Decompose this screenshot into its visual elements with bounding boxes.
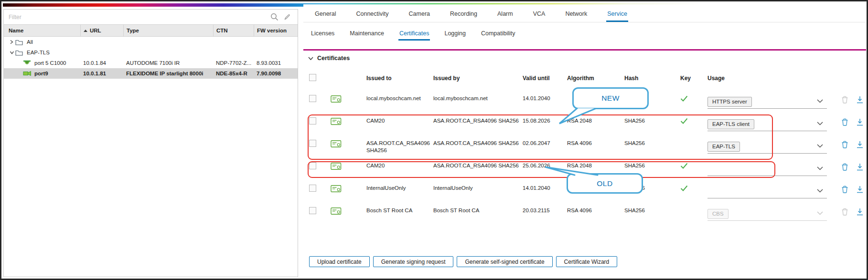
chevron-down-icon[interactable] — [817, 99, 823, 103]
annotation-callout-new: NEW — [572, 87, 649, 109]
row-checkbox[interactable] — [309, 140, 316, 147]
usage-dropdown[interactable]: EAP-TLS — [707, 140, 827, 154]
usage-tag: CBS — [707, 209, 729, 219]
issued-by: ASA.ROOT.CA_RSA4096 SHA256 — [433, 117, 523, 124]
tree-expander-icon[interactable] — [10, 51, 15, 54]
download-certificate-button[interactable] — [857, 186, 863, 193]
row-checkbox[interactable] — [309, 185, 316, 192]
pencil-icon[interactable] — [284, 13, 291, 21]
key-check-icon — [680, 187, 688, 192]
generate-self-signed-certificate-button[interactable]: Generate self-signed certificate — [457, 256, 552, 267]
column-type[interactable]: Type — [123, 25, 213, 36]
usage-dropdown[interactable] — [707, 185, 827, 198]
certificates-table: local.myboschcam.net local.myboschcam.ne… — [303, 91, 866, 226]
delete-certificate-button[interactable] — [841, 141, 848, 148]
generate-signing-request-button[interactable]: Generate signing request — [373, 256, 454, 267]
certificate-wizard-button[interactable]: Certificate Wizard — [556, 256, 618, 267]
row-checkbox[interactable] — [309, 117, 316, 124]
tree-item-label: All — [27, 39, 33, 45]
issued-to: InternalUseOnly — [366, 185, 433, 192]
tree-row-port9[interactable]: port9 10.0.1.81 FLEXIDOME IP starlight 8… — [4, 68, 298, 79]
column-issued-to: Issued to — [366, 75, 433, 82]
issued-to: Bosch ST Root CA — [366, 207, 433, 214]
tab-recording[interactable]: Recording — [449, 5, 478, 22]
search-icon[interactable] — [270, 13, 279, 21]
tree-item-icon — [23, 71, 34, 76]
usage-dropdown[interactable]: EAP-TLS client — [707, 117, 827, 131]
subtab-compatibility[interactable]: Compatibility — [480, 26, 516, 41]
row-checkbox[interactable] — [309, 95, 316, 102]
algorithm: RSA 4096 — [567, 207, 624, 214]
column-key: Key — [680, 75, 707, 82]
row-checkbox[interactable] — [309, 162, 316, 169]
column-url[interactable]: URL — [80, 25, 123, 36]
download-certificate-button[interactable] — [857, 163, 863, 171]
issued-by: InternalUseOnly — [433, 185, 523, 192]
algorithm: RSA 4096 — [567, 140, 624, 147]
sort-ascending-icon — [84, 30, 87, 32]
magenta-divider — [303, 49, 866, 51]
download-certificate-button[interactable] — [857, 118, 863, 126]
download-certificate-button[interactable] — [857, 208, 863, 216]
tab-connectivity[interactable]: Connectivity — [355, 5, 389, 22]
tree-row-all[interactable]: All — [4, 37, 298, 47]
subtab-maintenance[interactable]: Maintenance — [349, 26, 385, 41]
tab-network[interactable]: Network — [564, 5, 588, 22]
column-name[interactable]: Name — [9, 25, 80, 36]
usage-dropdown[interactable]: CBS — [707, 207, 827, 221]
column-issued-by: Issued by — [433, 75, 523, 82]
tab-general[interactable]: General — [314, 5, 337, 22]
tree-item-ctn: NDE-85x4-R — [213, 71, 254, 76]
valid-until: 20.03.2115 — [523, 207, 567, 214]
certificate-row: Bosch ST Root CA Bosch ST Root CA 20.03.… — [303, 203, 866, 226]
certificate-icon — [331, 166, 342, 171]
delete-certificate-button[interactable] — [841, 163, 848, 171]
tab-service[interactable]: Service — [606, 5, 628, 22]
column-valid-until: Valid until — [523, 75, 567, 82]
tab-alarm[interactable]: Alarm — [496, 5, 514, 22]
subtab-logging[interactable]: Logging — [443, 26, 467, 41]
tree-expander-icon[interactable] — [10, 40, 15, 44]
usage-dropdown[interactable]: HTTPS server — [707, 95, 827, 109]
delete-certificate-button[interactable] — [841, 118, 848, 126]
column-ctn[interactable]: CTN — [213, 25, 254, 36]
certificates-table-header: Issued to Issued by Valid until Algorith… — [303, 72, 866, 84]
tab-camera[interactable]: Camera — [408, 5, 431, 22]
upload-certificate-button[interactable]: Upload certificate — [309, 256, 370, 267]
download-certificate-button[interactable] — [857, 141, 863, 148]
row-checkbox[interactable] — [309, 207, 316, 214]
callout-old-label: OLD — [597, 179, 612, 188]
device-table-header: Name URL Type CTN FW version — [4, 24, 298, 37]
tree-row-eap-tls[interactable]: EAP-TLS — [4, 47, 298, 58]
tree-item-ctn: NDP-7702-Z... — [213, 60, 254, 66]
chevron-down-icon[interactable] — [817, 144, 823, 148]
tree-item-type: AUTODOME 7100i IR — [123, 60, 213, 66]
filter-input[interactable] — [4, 14, 270, 21]
tree-item-icon — [23, 60, 34, 66]
subtab-licenses[interactable]: Licenses — [310, 26, 335, 41]
tree-item-label: port 5 C1000 — [34, 60, 66, 66]
tree-row-port-5-c1000[interactable]: port 5 C1000 10.0.1.84 AUTODOME 7100i IR… — [4, 58, 298, 68]
chevron-down-icon[interactable] — [817, 122, 823, 125]
delete-certificate-button — [841, 208, 848, 216]
main-tab-bar: GeneralConnectivityCameraRecordingAlarmV… — [303, 5, 866, 22]
tree-item-url: 10.0.1.81 — [80, 71, 123, 76]
hash: SHA256 — [624, 140, 680, 147]
download-certificate-button[interactable] — [857, 96, 863, 104]
tree-item-type: FLEXIDOME IP starlight 8000i — [123, 71, 213, 76]
certificates-section-header[interactable]: Certificates — [308, 55, 350, 62]
chevron-down-icon[interactable] — [817, 166, 823, 170]
delete-certificate-button[interactable] — [841, 186, 848, 193]
select-all-checkbox[interactable] — [309, 74, 316, 81]
annotation-callout-old: OLD — [567, 173, 643, 194]
tree-item-fw: 7.90.0098 — [254, 71, 298, 76]
certificate-actions: Upload certificateGenerate signing reque… — [309, 256, 617, 267]
subtab-certificates[interactable]: Certificates — [398, 26, 430, 41]
valid-until: 14.01.2040 — [523, 185, 567, 192]
issued-to: ASA.ROOT.CA_RSA4096 SHA256 — [366, 140, 433, 154]
usage-dropdown[interactable] — [707, 162, 827, 176]
tab-vca[interactable]: VCA — [532, 5, 547, 22]
column-fw-version[interactable]: FW version — [254, 25, 298, 36]
chevron-down-icon[interactable] — [817, 189, 823, 193]
algorithm: RSA 2048 — [567, 162, 624, 169]
